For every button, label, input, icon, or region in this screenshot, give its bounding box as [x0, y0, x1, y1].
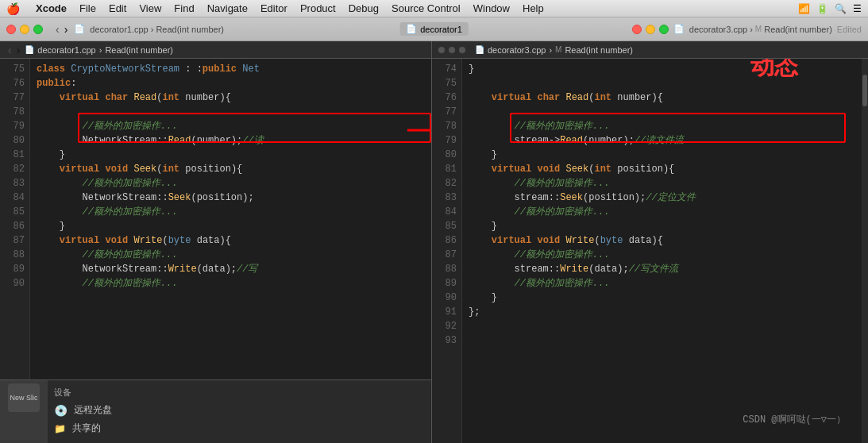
menu-window[interactable]: Window: [473, 2, 510, 14]
right-tab-file-icon: 📄: [475, 45, 484, 54]
right-tab-traffic-lights: [438, 47, 465, 53]
right-tl1: [438, 47, 445, 53]
forward-arrow[interactable]: ›: [63, 23, 70, 36]
menu-find[interactable]: Find: [174, 2, 194, 14]
rcode-line-76: virtual char Read(int number){: [469, 91, 855, 105]
code-line-75: class CryptoNetworkStream : :public Net: [37, 62, 425, 76]
menubar-right-icons: 📶 🔋 🔍 ☰: [798, 3, 862, 14]
right-tab-filename[interactable]: decorator3.cpp: [488, 45, 546, 55]
toolbar: ‹ › 📄 decorator1.cpp › Read(int number) …: [0, 17, 868, 41]
traffic-lights: [6, 25, 43, 34]
minimize-button[interactable]: [20, 25, 29, 34]
rcode-line-87: //额外的加密操作...: [469, 248, 855, 262]
breadcrumb-sep: ›: [151, 25, 154, 34]
left-tab-bar: ‹ › 📄 decorator1.cpp › Read(int number): [0, 41, 431, 59]
code-line-82: virtual void Seek(int position){: [37, 162, 425, 176]
tab-decorator1[interactable]: 📄 decorator1: [399, 22, 469, 36]
scrollbar-thumb[interactable]: [862, 75, 867, 106]
menu-xcode[interactable]: Xcode: [36, 2, 67, 14]
right-code-area: 74 75 76 77 78 79 80 81 82 83 84 85 86 8…: [432, 59, 868, 443]
right-close-button[interactable]: [632, 25, 642, 34]
right-minimize-button[interactable]: [646, 25, 655, 34]
arrow-svg: [407, 122, 431, 138]
right-maximize-button[interactable]: [659, 25, 669, 34]
main-area: ‹ › 📄 decorator1.cpp › Read(int number) …: [0, 41, 868, 443]
right-scrollbar[interactable]: [862, 59, 868, 443]
decorator1-icon: 📄: [406, 24, 417, 34]
menu-edit[interactable]: Edit: [109, 2, 126, 14]
left-tab-filename[interactable]: decorator1.cpp: [37, 45, 95, 55]
right-tl3: [459, 47, 465, 53]
left-pane: ‹ › 📄 decorator1.cpp › Read(int number) …: [0, 41, 432, 443]
code-line-83: //额外的加密操作...: [37, 176, 425, 191]
left-back[interactable]: ‹: [6, 44, 14, 56]
left-file-icon: 📄: [74, 24, 85, 34]
close-button[interactable]: [6, 25, 16, 34]
left-tab-label: decorator1.cpp › Read(int number): [37, 45, 173, 55]
remote-disk-icon: 💿: [54, 404, 68, 417]
code-line-78: [37, 105, 425, 119]
sidebar-new-slide-icon[interactable]: New Slic: [8, 383, 40, 412]
code-line-80: NetworkStream::Read(number);//读: [37, 133, 425, 148]
rcode-line-83: stream::Seek(position);//定位文件: [469, 191, 855, 205]
rcode-line-77: [469, 105, 855, 119]
left-filename[interactable]: decorator1.cpp: [90, 25, 148, 34]
code-line-77: virtual char Read(int number){: [37, 91, 425, 105]
right-line-numbers: 74 75 76 77 78 79 80 81 82 83 84 85 86 8…: [432, 59, 462, 443]
devices-label: 设备: [54, 387, 425, 399]
left-breadcrumb-method[interactable]: Read(int number): [156, 25, 224, 34]
nav-arrows: ‹ ›: [54, 23, 69, 36]
left-bottom-panel: New Slic 设备 💿 远程光盘 📁 共享的: [0, 379, 431, 443]
menu-icon[interactable]: ☰: [853, 3, 862, 14]
rcode-line-85: }: [469, 219, 855, 233]
right-tab-label: decorator3.cpp › M Read(int number): [488, 45, 633, 55]
right-code-content[interactable]: 动态 } virtual char Read(int number){ //额外…: [462, 59, 862, 443]
rcode-line-82: //额外的加密操作...: [469, 176, 855, 191]
menu-product[interactable]: Product: [300, 2, 336, 14]
search-icon[interactable]: 🔍: [835, 3, 847, 14]
right-breadcrumb-method[interactable]: Read(int number): [764, 25, 832, 34]
left-code-content[interactable]: class CryptoNetworkStream : :public Net …: [30, 59, 431, 379]
right-tab-method[interactable]: Read(int number): [565, 45, 633, 55]
menu-debug[interactable]: Debug: [349, 2, 379, 14]
maximize-button[interactable]: [33, 25, 43, 34]
code-line-86: }: [37, 219, 425, 233]
right-pane: 📄 decorator3.cpp › M Read(int number) 74…: [432, 41, 868, 443]
rcode-line-90: }: [469, 291, 855, 305]
wifi-icon: 📶: [798, 3, 810, 14]
edited-label: Edited: [837, 25, 862, 34]
menu-view[interactable]: View: [139, 2, 161, 14]
rcode-line-88: stream::Write(data);//写文件流: [469, 262, 855, 276]
decorator1-label: decorator1: [420, 25, 462, 34]
rcode-line-79: stream->Read(number);//读文件流: [469, 133, 855, 148]
menu-navigate[interactable]: Navigate: [207, 2, 248, 14]
right-method-icon: M: [555, 45, 561, 54]
menu-help[interactable]: Help: [523, 2, 544, 14]
code-line-88: //额外的加密操作...: [37, 248, 425, 262]
menu-editor[interactable]: Editor: [260, 2, 287, 14]
shared-icon: 📁: [54, 423, 66, 434]
left-nav-arrows: ‹ ›: [6, 44, 21, 56]
back-arrow[interactable]: ‹: [54, 23, 61, 36]
left-line-numbers: 75 76 77 78 79 80 81 82 83 84 85 86 87 8…: [0, 59, 30, 379]
menu-source-control[interactable]: Source Control: [392, 2, 461, 14]
left-breadcrumb: decorator1.cpp › Read(int number): [90, 25, 224, 34]
rcode-line-86: virtual void Write(byte data){: [469, 233, 855, 248]
left-tab-method[interactable]: Read(int number): [105, 45, 173, 55]
code-line-76: public:: [37, 76, 425, 91]
right-filename[interactable]: decorator3.cpp: [689, 25, 747, 34]
right-breadcrumb-sep: ›: [750, 25, 753, 34]
code-line-89: NetworkStream::Write(data);//写: [37, 262, 425, 276]
code-line-87: virtual void Write(byte data){: [37, 233, 425, 248]
apple-icon[interactable]: 🍎: [6, 2, 20, 15]
menu-file[interactable]: File: [79, 2, 96, 14]
right-func-icon: M: [755, 25, 762, 33]
menubar: 🍎 Xcode File Edit View Find Navigate Edi…: [0, 0, 868, 17]
left-forward[interactable]: ›: [15, 44, 22, 56]
code-line-85: //额外的加密操作...: [37, 205, 425, 219]
csdn-label: CSDN @啊呵哒(一▽一）: [743, 413, 846, 427]
left-tab-file-icon: 📄: [25, 45, 34, 54]
remote-disk-item[interactable]: 💿 远程光盘: [54, 403, 425, 417]
shared-item[interactable]: 📁 共享的: [54, 422, 425, 435]
shared-label: 共享的: [72, 422, 101, 435]
